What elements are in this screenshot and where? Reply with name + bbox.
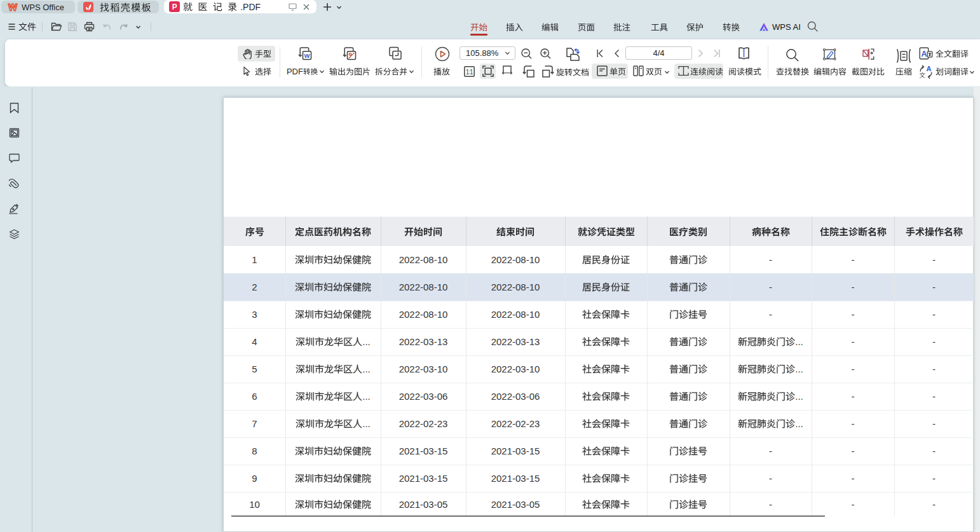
svg-text:A: A (927, 65, 932, 72)
svg-text:1: 1 (470, 69, 473, 76)
svg-text:P: P (172, 3, 177, 11)
svg-text:A: A (921, 50, 927, 58)
svg-text:W: W (304, 52, 310, 59)
